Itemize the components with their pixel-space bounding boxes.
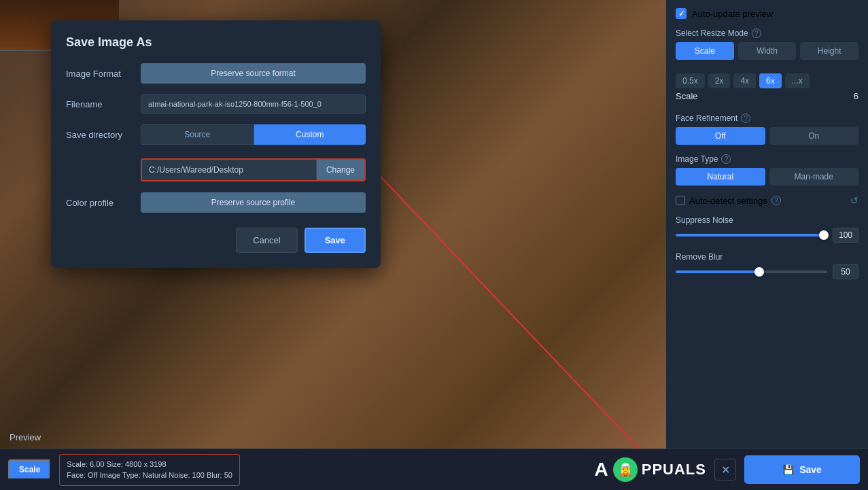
save-image-dialog: Save Image As Image Format Preserve sour… [51,20,381,268]
auto-detect-row: Auto-detect settings ? ↺ [676,195,858,206]
svg-line-0 [381,177,639,449]
suppress-noise-section: Suppress Noise 100 [676,215,858,243]
dir-path-text: C:/Users/Wareed/Desktop [142,160,316,180]
auto-detect-checkbox[interactable] [676,196,685,205]
save-main-label: Save [799,464,822,475]
face-refinement-help-icon[interactable]: ? [741,113,750,123]
save-dir-toggle: Source Custom [141,124,366,145]
scale-2x-btn[interactable]: 2x [708,73,731,88]
scale-options-group: 0.5x 2x 4x 6x ...x [676,73,858,88]
dir-path-row: C:/Users/Wareed/Desktop Change [66,153,366,181]
image-format-control: Preserve source format [141,63,366,84]
natural-btn[interactable]: Natural [676,168,765,186]
scale-6x-btn[interactable]: 6x [759,73,782,88]
height-mode-btn[interactable]: Height [800,42,858,60]
scale-badge-btn[interactable]: Scale [8,459,51,480]
suppress-noise-track[interactable] [676,234,827,237]
auto-update-row: Auto-update preview [676,8,858,19]
manmade-btn[interactable]: Man-made [769,168,859,186]
width-mode-btn[interactable]: Width [738,42,797,60]
filename-input[interactable]: atmai-national-park-ak-iso1250-800mm-f56… [141,94,366,113]
info-line2: Face: Off Image Type: Natural Noise: 100… [67,470,232,481]
color-profile-control: Preserve source profile [141,192,366,213]
logo-icon: 🧝 [613,457,638,482]
refresh-icon[interactable]: ↺ [850,195,858,206]
right-sidebar: Auto-update preview Select Resize Mode ?… [666,0,868,449]
image-type-section: Image Type ? Natural Man-made [676,154,858,186]
remove-blur-thumb[interactable] [754,267,764,277]
scale-label: Scale [676,91,698,101]
color-profile-row: Color profile Preserve source profile [66,192,366,213]
change-dir-btn[interactable]: Change [316,160,364,180]
preview-label: Preview [10,432,41,442]
remove-blur-label: Remove Blur [676,252,858,262]
save-directory-row: Save directory Source Custom [66,124,366,145]
save-directory-label: Save directory [66,130,141,140]
auto-update-label: Auto-update preview [692,9,773,19]
scale-05x-btn[interactable]: 0.5x [676,73,705,88]
info-line1: Scale: 6.00 Size: 4800 x 3198 [67,459,232,470]
save-directory-control: Source Custom [141,124,366,145]
remove-blur-track[interactable] [676,270,827,273]
suppress-noise-label: Suppress Noise [676,215,858,225]
source-dir-btn[interactable]: Source [141,124,254,145]
dialog-title: Save Image As [66,35,366,50]
auto-update-checkbox[interactable] [676,8,687,19]
custom-dir-btn[interactable]: Custom [254,124,366,145]
scale-mode-btn[interactable]: Scale [676,42,734,60]
face-on-btn[interactable]: On [769,127,859,145]
scale-value-row: Scale 6 [676,88,858,104]
info-box: Scale: 6.00 Size: 4800 x 3198 Face: Off … [59,454,240,486]
suppress-noise-thumb[interactable] [819,230,829,240]
scale-options-section: 0.5x 2x 4x 6x ...x Scale 6 [676,69,858,104]
image-type-label: Image Type ? [676,154,858,164]
filename-label: Filename [66,99,141,109]
preserve-profile-btn[interactable]: Preserve source profile [141,192,366,213]
face-off-btn[interactable]: Off [676,127,765,145]
face-refinement-section: Face Refinement ? Off On [676,113,858,145]
preserve-format-btn[interactable]: Preserve source format [141,63,366,84]
logo-text: A [595,459,609,480]
close-bottom-btn[interactable]: ✕ [714,459,736,480]
image-format-label: Image Format [66,69,141,79]
save-main-btn[interactable]: 💾 Save [744,455,860,484]
dir-path-control: C:/Users/Wareed/Desktop Change [141,153,366,181]
scale-value: 6 [854,91,858,101]
auto-detect-label: Auto-detect settings [689,196,767,206]
image-format-row: Image Format Preserve source format [66,63,366,84]
remove-blur-value[interactable]: 50 [833,264,858,279]
color-profile-label: Color profile [66,198,141,208]
save-dialog-btn[interactable]: Save [305,228,366,253]
resize-mode-section: Select Resize Mode ? Scale Width Height [676,29,858,60]
bottom-bar: Scale Scale: 6.00 Size: 4800 x 3198 Face… [0,449,868,490]
remove-blur-slider-row: 50 [676,264,858,279]
logo-area: A 🧝 PPUALS [595,457,706,482]
remove-blur-section: Remove Blur 50 [676,252,858,279]
image-type-btn-group: Natural Man-made [676,168,858,186]
image-type-help-icon[interactable]: ? [721,154,731,164]
resize-mode-btn-group: Scale Width Height [676,42,858,60]
logo-text2: PPUALS [642,461,706,478]
suppress-noise-slider-row: 100 [676,228,858,243]
suppress-noise-value[interactable]: 100 [833,228,858,243]
dir-path-box: C:/Users/Wareed/Desktop Change [141,158,366,181]
face-refinement-btn-group: Off On [676,127,858,145]
auto-detect-help-icon[interactable]: ? [771,196,781,205]
dialog-actions: Cancel Save [66,228,366,253]
cancel-btn[interactable]: Cancel [236,228,297,253]
save-main-icon: 💾 [782,464,794,475]
filename-row: Filename atmai-national-park-ak-iso1250-… [66,94,366,113]
filename-control: atmai-national-park-ak-iso1250-800mm-f56… [141,94,366,113]
scale-4x-btn[interactable]: 4x [733,73,756,88]
resize-mode-label: Select Resize Mode ? [676,29,858,38]
face-refinement-label: Face Refinement ? [676,113,858,123]
resize-mode-help-icon[interactable]: ? [752,29,761,38]
scale-custom-btn[interactable]: ...x [785,73,810,88]
